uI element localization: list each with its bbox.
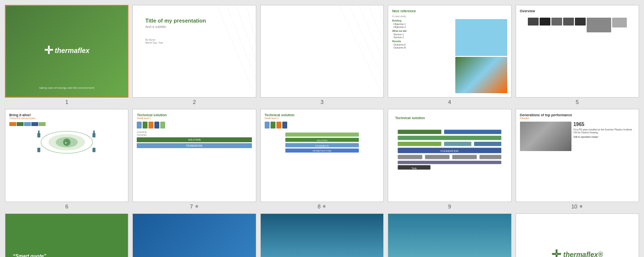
slide-1-logo: ✛ thermaflex [44, 45, 90, 55]
slide-13[interactable]: Some quote [260, 213, 384, 257]
svg-line-7 [359, 5, 383, 60]
slide-10[interactable]: Generations of top performance Flexalen … [516, 109, 639, 202]
slide-container-13: Some quote 13 ★ [260, 213, 384, 257]
slide-6-bars [9, 122, 124, 126]
star-icon-8: ★ [322, 204, 326, 209]
slide-4-img1 [455, 19, 507, 56]
slide-5[interactable]: Overview [516, 5, 639, 98]
tech-block-icon [160, 122, 165, 128]
svg-rect-16 [38, 130, 40, 133]
tech-block-icon [276, 122, 281, 128]
slide-container-3: 3 [260, 5, 384, 105]
slide-2-date: Month Day, Year [145, 41, 243, 44]
tech-block-icon [143, 122, 148, 128]
slide-2[interactable]: Title of my presentation And a subtitle … [132, 5, 256, 98]
slide-container-6: Bring it alive! Colours & call-out style… [5, 109, 128, 209]
slide-12[interactable]: “Smart quote” [132, 213, 256, 257]
tech-block-icon [265, 122, 270, 128]
svg-line-6 [349, 5, 383, 79]
bar-icon [31, 122, 38, 126]
slide-number-4: 4 [448, 99, 451, 105]
slide-7-label-left: LearningActivities [137, 130, 251, 136]
slide-container-12: “Smart quote” 12 ★ [132, 213, 256, 257]
slide-container-14: Some quote 14 [388, 213, 511, 257]
slide-number-6: 6 [65, 204, 68, 209]
slide-number-9: 9 [448, 204, 451, 209]
slide-11[interactable]: “Smart quote” www.heritagechristiancolle… [5, 213, 128, 257]
svg-line-5 [339, 5, 383, 97]
slide-container-9: Technical solution FOUNDATION Tools 9 [388, 109, 511, 209]
slide-10-title: Generations of top performance [520, 113, 635, 117]
svg-rect-15 [37, 133, 40, 138]
framework-box: FRAMEWORK [137, 143, 251, 148]
slide-7[interactable]: Technical solution Detail level 1 Learni… [132, 109, 256, 202]
slide-9-title: Technical solution [392, 113, 507, 121]
slide-8-title: Technical solution [265, 113, 379, 117]
slide-container-10: Generations of top performance Flexalen … [516, 109, 639, 209]
slide-1-tagline: taking care of energy and the environmen… [39, 86, 94, 89]
svg-rect-28 [398, 130, 442, 134]
svg-text:FOUNDATION: FOUNDATION [441, 150, 458, 153]
thermaflex-logo: ✛ thermaflex [44, 45, 90, 55]
slide-number-7: 7 ★ [190, 204, 199, 209]
tech-block-icon [271, 122, 275, 128]
cross-icon: ✛ [44, 45, 53, 55]
svg-rect-30 [398, 136, 501, 140]
slide-15[interactable]: ✛ thermaflex® taking care of energy and … [516, 213, 639, 257]
brand-name: thermaflex [55, 46, 90, 54]
slide-15-cross-icon: ✛ [551, 248, 561, 257]
slide-container-11: “Smart quote” www.heritagechristiancolle… [5, 213, 128, 257]
tech-block-icon [137, 122, 142, 128]
slide-6-diagram: ● [9, 128, 124, 157]
part-icon [551, 18, 562, 26]
slide-8-diagram-icon: SOLUTION FOUNDATION INFRASTRUCTURE [265, 130, 379, 155]
slide-grid: ✛ thermaflex taking care of energy and t… [5, 5, 639, 257]
slide-2-title: Title of my presentation [145, 18, 243, 24]
svg-rect-31 [398, 142, 442, 146]
svg-text:FOUNDATION: FOUNDATION [315, 145, 328, 147]
slide-10-description: First PE-pipe installed at the Austrian … [573, 128, 635, 134]
svg-rect-39 [480, 155, 501, 159]
svg-line-9 [378, 5, 383, 24]
slide-8-subtitle: Detail level 2 [265, 117, 379, 120]
star-icon-10: ★ [579, 204, 583, 209]
svg-rect-38 [452, 155, 477, 159]
slide-10-photo [520, 122, 571, 151]
slide-14[interactable]: Some quote [388, 213, 511, 257]
slide-9[interactable]: Technical solution FOUNDATION Tools [388, 109, 511, 202]
slide-15-logo-area: ✛ thermaflex® [551, 248, 603, 257]
slide-15-brand: thermaflex® [563, 251, 603, 257]
slide-number-2: 2 [193, 99, 196, 105]
slide-container-15: ✛ thermaflex® taking care of energy and … [516, 213, 639, 257]
slide-4[interactable]: Nice reference A case study Briefing · O… [388, 5, 511, 98]
slide-number-1: 1 [65, 99, 68, 105]
solution-box: SOLUTION [137, 137, 251, 142]
slide-7-title: Technical solution [137, 113, 251, 117]
part-icon [587, 18, 611, 32]
svg-text:SOLUTION: SOLUTION [317, 139, 327, 142]
svg-rect-32 [444, 142, 471, 146]
svg-rect-36 [398, 155, 422, 159]
part-icon [575, 18, 586, 26]
svg-rect-21 [285, 132, 359, 136]
circles-diagram-icon: ● [9, 128, 124, 157]
slide-3[interactable] [260, 5, 384, 98]
slide-6[interactable]: Bring it alive! Colours & call-out style… [5, 109, 128, 202]
slide-number-3: 3 [321, 99, 323, 105]
slide-10-content: 1965 First PE-pipe installed at the Aust… [520, 122, 635, 151]
svg-text:●: ● [65, 141, 67, 144]
slide3-deco-icon [334, 5, 383, 97]
slide-8[interactable]: Technical solution Detail level 2 SOLUTI… [260, 109, 384, 202]
svg-rect-18 [93, 130, 95, 133]
slide-1[interactable]: ✛ thermaflex taking care of energy and t… [5, 5, 128, 98]
slide-2-content: Title of my presentation And a subtitle … [140, 13, 248, 49]
star-icon-7: ★ [195, 204, 199, 209]
slide-4-img2 [455, 57, 507, 94]
svg-point-13 [63, 139, 71, 146]
slide-container-8: Technical solution Detail level 2 SOLUTI… [260, 109, 384, 209]
slide-5-parts [520, 16, 635, 34]
svg-rect-29 [444, 130, 501, 134]
slide-number-8: 8 ★ [318, 204, 326, 209]
slide-6-title: Bring it alive! [9, 113, 124, 117]
bar-icon [39, 122, 46, 126]
